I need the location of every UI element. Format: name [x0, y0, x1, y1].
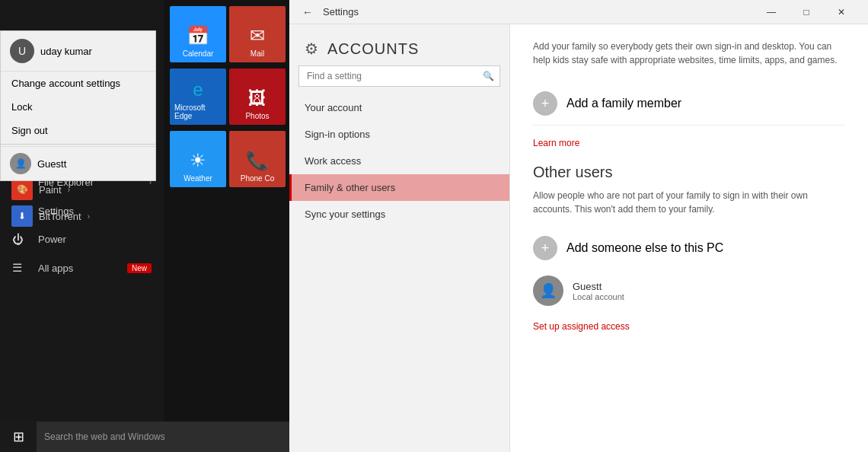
username-label: uday kumar: [40, 46, 92, 57]
all-apps-label: All apps: [38, 263, 73, 274]
back-button[interactable]: ←: [298, 3, 317, 21]
nav-work-access[interactable]: Work access: [289, 148, 509, 174]
paint-label: Paint: [39, 184, 62, 196]
guestt-user-item[interactable]: 👤 Guestt Local account: [533, 268, 845, 314]
photos-icon: 🖼: [248, 88, 266, 109]
tiles-area: 📅 Calendar ✉ Mail e Microsoft Edge 🖼 Pho…: [164, 0, 289, 422]
sign-out-item[interactable]: Sign out: [1, 119, 155, 142]
phone-co-tile[interactable]: 📞 Phone Co: [229, 131, 286, 187]
guest-icon: 👤: [10, 153, 31, 174]
guestt-info: Guestt Local account: [573, 281, 624, 301]
paint-item[interactable]: 🎨 Paint ›: [11, 179, 76, 200]
edge-icon: e: [193, 79, 203, 100]
minimize-button[interactable]: —: [754, 0, 789, 24]
guestt-type: Local account: [573, 292, 624, 301]
close-button[interactable]: ✕: [824, 0, 859, 24]
add-someone-label: Add someone else to this PC: [566, 241, 723, 255]
paint-arrow: ›: [68, 186, 76, 194]
calendar-icon: 📅: [187, 25, 209, 46]
bittorrent-icon: ⬇: [11, 205, 33, 227]
weather-tile[interactable]: ☀ Weather: [170, 131, 226, 187]
mail-icon: ✉: [250, 25, 265, 46]
nav-family-other-users[interactable]: Family & other users: [289, 174, 509, 201]
calendar-tile[interactable]: 📅 Calendar: [170, 6, 226, 62]
change-account-settings-item[interactable]: Change account settings: [1, 72, 155, 95]
learn-more-link[interactable]: Learn more: [533, 138, 845, 148]
user-header: U uday kumar: [1, 31, 155, 72]
start-nav-power[interactable]: ⏻ Power: [0, 225, 164, 253]
search-icon: 🔍: [483, 71, 494, 81]
bittorrent-arrow: ›: [88, 212, 96, 221]
add-member-label: Add a family member: [566, 97, 681, 110]
titlebar-controls: — □ ✕: [754, 0, 859, 24]
search-placeholder: Search the web and Windows: [44, 431, 165, 442]
titlebar: ← Settings — □ ✕: [289, 0, 868, 24]
edge-tile[interactable]: e Microsoft Edge: [170, 68, 226, 125]
settings-search-box: 🔍: [298, 65, 500, 87]
guest-switch-item[interactable]: 👤 Guestt: [1, 146, 155, 180]
paint-icon: 🎨: [11, 179, 33, 200]
bittorrent-item[interactable]: ⬇ BitTorrent ›: [11, 205, 96, 227]
context-divider: [1, 144, 155, 145]
start-button[interactable]: ⊞: [0, 422, 37, 452]
other-users-description: Allow people who are not part of your fa…: [533, 189, 845, 216]
guest-switch-label: Guestt: [37, 158, 66, 170]
weather-icon: ☀: [190, 150, 206, 171]
add-family-member-button[interactable]: + Add a family member: [533, 82, 845, 126]
settings-body: ⚙ ACCOUNTS 🔍 Your account Sign-in option…: [289, 24, 868, 452]
settings-header: ⚙ ACCOUNTS: [289, 24, 509, 65]
settings-sidebar: ⚙ ACCOUNTS 🔍 Your account Sign-in option…: [289, 24, 510, 452]
guestt-avatar: 👤: [533, 275, 563, 306]
maximize-button[interactable]: □: [789, 0, 824, 24]
settings-content: Add your family so everybody gets their …: [510, 24, 868, 452]
bittorrent-label: BitTorrent: [39, 211, 81, 222]
window-title: Settings: [323, 6, 359, 18]
photos-tile[interactable]: 🖼 Photos: [229, 68, 286, 125]
find-setting-input[interactable]: [298, 65, 500, 87]
settings-window: ← Settings — □ ✕ ⚙ ACCOUNTS 🔍 Your accou…: [289, 0, 868, 452]
accounts-title: ACCOUNTS: [327, 40, 419, 58]
add-plus-icon: +: [533, 236, 557, 260]
user-context-menu: U uday kumar Change account settings Loc…: [0, 30, 156, 181]
family-description: Add your family so everybody gets their …: [533, 40, 845, 67]
mail-tile[interactable]: ✉ Mail: [229, 6, 286, 62]
tile-row-3: ☀ Weather 📞 Phone Co: [170, 131, 286, 190]
other-users-title: Other users: [533, 164, 845, 181]
plus-icon: +: [533, 91, 557, 116]
taskbar-search[interactable]: Search the web and Windows: [37, 422, 289, 452]
nav-sign-in-options[interactable]: Sign-in options: [289, 121, 509, 148]
taskbar: ⊞ Search the web and Windows: [0, 422, 289, 452]
start-nav-all-apps[interactable]: ☰ All apps New: [0, 253, 164, 282]
power-label: Power: [38, 234, 66, 245]
phone-icon: 📞: [246, 150, 269, 171]
lock-item[interactable]: Lock: [1, 95, 155, 119]
user-avatar: U: [10, 39, 34, 63]
setup-assigned-access-link[interactable]: Set up assigned access: [533, 321, 845, 332]
tile-row-2: e Microsoft Edge 🖼 Photos: [170, 68, 286, 128]
new-badge: New: [127, 263, 152, 273]
guestt-name: Guestt: [573, 281, 624, 292]
tile-row-1: 📅 Calendar ✉ Mail: [170, 6, 286, 65]
nav-sync-settings[interactable]: Sync your settings: [289, 201, 509, 228]
all-apps-icon: ☰: [12, 261, 27, 275]
power-icon: ⏻: [12, 233, 27, 246]
add-someone-button[interactable]: + Add someone else to this PC: [533, 228, 845, 268]
nav-your-account[interactable]: Your account: [289, 94, 509, 121]
accounts-gear-icon: ⚙: [305, 40, 318, 58]
